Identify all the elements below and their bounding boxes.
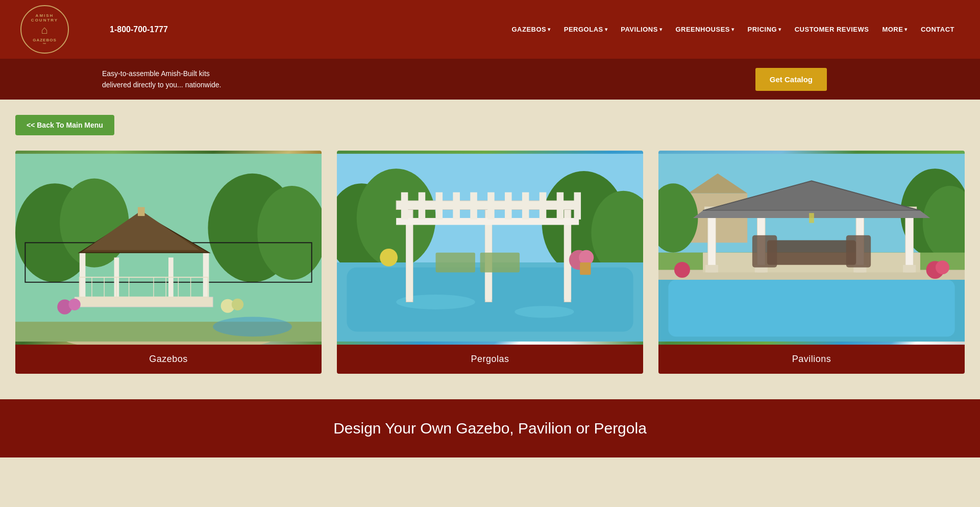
- logo-bottom-text: GAZEBOS: [33, 38, 57, 42]
- svg-point-26: [69, 299, 81, 310]
- product-card-gazebos[interactable]: Gazebos: [15, 151, 322, 374]
- svg-rect-51: [470, 192, 477, 220]
- svg-rect-94: [752, 235, 777, 268]
- nav-pergolas[interactable]: PERGOLAS ▾: [559, 21, 612, 37]
- svg-rect-54: [522, 192, 529, 220]
- nav-pavilions[interactable]: PAVILIONS ▾: [616, 21, 667, 37]
- svg-rect-59: [480, 253, 520, 273]
- nav-contact[interactable]: CONTACT: [916, 21, 960, 37]
- footer-section: Design Your Own Gazebo, Pavilion or Perg…: [0, 399, 980, 457]
- svg-rect-82: [903, 265, 916, 273]
- logo-icon: ⌂: [41, 23, 48, 37]
- pergola-label: Pergolas: [337, 345, 643, 374]
- svg-rect-55: [540, 192, 547, 220]
- svg-rect-47: [401, 192, 408, 220]
- svg-rect-8: [75, 297, 213, 307]
- banner-text: Easy-to-assemble Amish-Built kits delive…: [102, 68, 221, 91]
- chevron-down-icon: ▾: [731, 27, 734, 32]
- product-card-pavilions[interactable]: Pavilions: [658, 151, 965, 374]
- svg-rect-52: [487, 192, 495, 220]
- svg-point-38: [514, 306, 574, 318]
- svg-point-62: [380, 249, 398, 267]
- gazebo-illustration: [15, 151, 322, 345]
- svg-point-98: [674, 262, 690, 278]
- nav-more[interactable]: MORE ▾: [877, 21, 913, 37]
- svg-rect-58: [436, 253, 475, 273]
- pavilion-illustration: [658, 151, 965, 345]
- svg-rect-53: [505, 192, 512, 220]
- svg-rect-48: [419, 192, 426, 220]
- pergola-illustration: [337, 151, 643, 345]
- logo-top-text: AMISH COUNTRY: [21, 13, 68, 22]
- nav-pricing[interactable]: PRICING ▾: [743, 21, 787, 37]
- footer-title: Design Your Own Gazebo, Pavilion or Perg…: [10, 420, 970, 437]
- chevron-down-icon: ▾: [778, 27, 781, 32]
- site-logo[interactable]: AMISH COUNTRY ⌂ GAZEBOS ™: [20, 5, 69, 54]
- svg-rect-56: [557, 192, 564, 220]
- logo-area[interactable]: AMISH COUNTRY ⌂ GAZEBOS ™: [20, 5, 69, 54]
- svg-point-28: [232, 299, 243, 310]
- svg-rect-79: [705, 265, 718, 273]
- svg-rect-93: [767, 240, 856, 264]
- svg-point-2: [60, 179, 129, 268]
- nav-customer-reviews[interactable]: CUSTOMER REVIEWS: [790, 21, 874, 37]
- svg-rect-63: [580, 262, 591, 275]
- svg-rect-42: [406, 221, 413, 300]
- promo-banner: Easy-to-assemble Amish-Built kits delive…: [0, 59, 980, 100]
- svg-rect-15: [138, 207, 145, 216]
- svg-rect-95: [846, 235, 871, 268]
- logo-trademark: ™: [43, 42, 47, 46]
- product-grid: Gazebos: [15, 151, 965, 374]
- svg-rect-72: [668, 280, 954, 336]
- pergola-image: [337, 151, 643, 345]
- svg-point-97: [936, 260, 949, 274]
- svg-rect-49: [436, 192, 443, 220]
- pavilion-label: Pavilions: [658, 345, 965, 374]
- get-catalog-button[interactable]: Get Catalog: [755, 68, 827, 91]
- svg-rect-50: [453, 192, 460, 220]
- pavilion-image: [658, 151, 965, 345]
- svg-rect-57: [574, 192, 581, 220]
- site-header: AMISH COUNTRY ⌂ GAZEBOS ™ 1-800-700-1777…: [0, 0, 980, 59]
- phone-number[interactable]: 1-800-700-1777: [110, 25, 168, 34]
- svg-point-29: [213, 317, 292, 336]
- svg-rect-9: [80, 253, 86, 297]
- gazebo-label: Gazebos: [15, 345, 322, 374]
- nav-greenhouses[interactable]: GREENHOUSES ▾: [670, 21, 739, 37]
- main-content: << Back To Main Menu: [0, 100, 980, 399]
- chevron-down-icon: ▾: [904, 27, 908, 32]
- svg-rect-99: [809, 213, 814, 223]
- product-card-pergolas[interactable]: Pergolas: [337, 151, 643, 374]
- gazebo-image: [15, 151, 322, 345]
- nav-gazebos[interactable]: GAZEBOS ▾: [506, 21, 555, 37]
- chevron-down-icon: ▾: [659, 27, 663, 32]
- chevron-down-icon: ▾: [605, 27, 608, 32]
- chevron-down-icon: ▾: [548, 27, 551, 32]
- main-nav: GAZEBOS ▾ PERGOLAS ▾ PAVILIONS ▾ GREENHO…: [199, 21, 960, 37]
- back-to-main-menu-button[interactable]: << Back To Main Menu: [15, 115, 114, 135]
